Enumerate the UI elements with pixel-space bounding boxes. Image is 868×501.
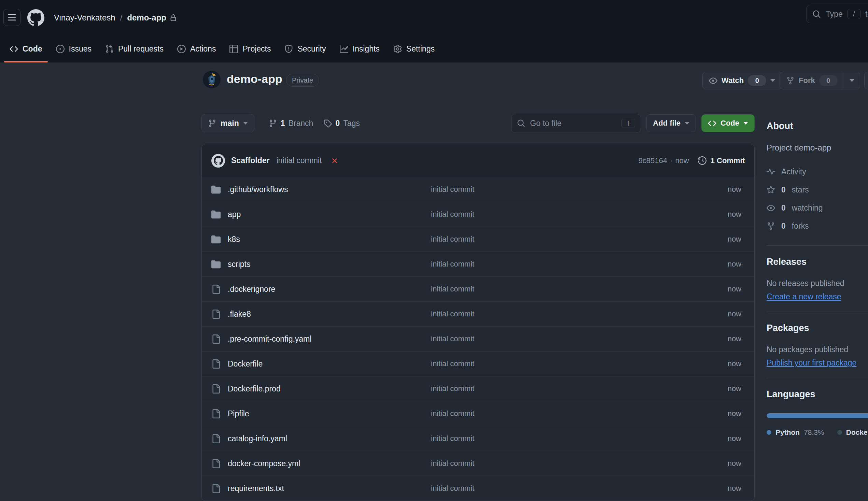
add-file-button[interactable]: Add file bbox=[646, 114, 696, 132]
row-commit-message-link[interactable]: initial commit bbox=[431, 310, 474, 318]
stat-watching[interactable]: 0watching bbox=[766, 199, 868, 217]
row-updated-time: now bbox=[728, 334, 741, 343]
search-placeholder-prefix: Type bbox=[826, 10, 843, 19]
commit-history-link[interactable]: 1 Commit bbox=[698, 156, 745, 165]
row-commit-message-link[interactable]: initial commit bbox=[431, 285, 474, 294]
publish-package-link[interactable]: Publish your first package bbox=[766, 358, 856, 367]
file-name-link[interactable]: Dockerfile bbox=[228, 359, 263, 369]
file-name-link[interactable]: catalog-info.yaml bbox=[228, 434, 287, 443]
repo-description: Project demo-app bbox=[766, 143, 868, 152]
create-release-link[interactable]: Create a new release bbox=[766, 292, 841, 301]
fork-button-group: Fork 0 bbox=[780, 72, 860, 89]
row-updated-time: now bbox=[728, 359, 741, 368]
repo-toolbar: main 1 Branch 0 Tags Go to file t Add fi… bbox=[201, 114, 755, 132]
go-to-file-input[interactable]: Go to file t bbox=[511, 114, 641, 132]
file-name-link[interactable]: docker-compose.yml bbox=[228, 459, 300, 468]
code-button[interactable]: Code bbox=[701, 114, 755, 132]
languages-section: Languages Python78.3%Dockerfile bbox=[766, 378, 868, 447]
watch-button[interactable]: Watch 0 bbox=[702, 72, 782, 89]
commit-author-link[interactable]: Scaffolder bbox=[231, 156, 269, 165]
file-icon bbox=[211, 384, 221, 394]
tab-actions[interactable]: Actions bbox=[170, 35, 223, 63]
file-name-link[interactable]: requirements.txt bbox=[228, 484, 284, 493]
tab-issues[interactable]: Issues bbox=[49, 35, 98, 63]
tab-settings[interactable]: Settings bbox=[387, 35, 442, 63]
tab-code[interactable]: Code bbox=[3, 35, 49, 63]
language-dot-icon bbox=[766, 430, 771, 435]
row-commit-message-link[interactable]: initial commit bbox=[431, 334, 474, 343]
file-name-link[interactable]: .flake8 bbox=[228, 310, 251, 319]
languages-title: Languages bbox=[766, 389, 868, 399]
language-item-python[interactable]: Python78.3% bbox=[766, 428, 824, 437]
breadcrumb: Vinay-Venkatesh / demo-app bbox=[54, 0, 177, 35]
row-commit-message-link[interactable]: initial commit bbox=[431, 210, 474, 219]
file-name-link[interactable]: .pre-commit-config.yaml bbox=[228, 334, 311, 344]
table-row: scriptsinitial commitnow bbox=[202, 252, 754, 276]
table-row: .flake8initial commitnow bbox=[202, 301, 754, 326]
chevron-down-icon bbox=[243, 122, 248, 125]
breadcrumb-repo-link[interactable]: demo-app bbox=[127, 13, 177, 22]
file-icon bbox=[211, 334, 221, 344]
commit-status-failed-icon[interactable] bbox=[330, 157, 339, 165]
tab-security[interactable]: Security bbox=[278, 35, 332, 63]
row-updated-time: now bbox=[728, 310, 741, 318]
tab-insights[interactable]: Insights bbox=[333, 35, 387, 63]
row-commit-message-link[interactable]: initial commit bbox=[431, 459, 474, 468]
row-updated-time: now bbox=[728, 409, 741, 418]
tab-projects[interactable]: Projects bbox=[223, 35, 278, 63]
branch-select-button[interactable]: main bbox=[201, 114, 254, 132]
stat-activity[interactable]: Activity bbox=[766, 163, 868, 181]
file-name-link[interactable]: k8s bbox=[228, 235, 240, 244]
repo-title-link[interactable]: demo-app bbox=[227, 72, 282, 86]
tag-icon bbox=[324, 119, 332, 128]
file-name-link[interactable]: .github/workflows bbox=[228, 185, 288, 194]
file-name-link[interactable]: Dockerfile.prod bbox=[228, 384, 281, 394]
table-row: .dockerignoreinitial commitnow bbox=[202, 276, 754, 301]
stat-stars[interactable]: 0stars bbox=[766, 181, 868, 199]
pulse-icon bbox=[766, 168, 775, 176]
row-commit-message-link[interactable]: initial commit bbox=[431, 235, 474, 244]
global-search-input[interactable]: Type / to search bbox=[806, 5, 868, 23]
language-legend: Python78.3%Dockerfile bbox=[766, 428, 868, 437]
breadcrumb-separator: / bbox=[120, 13, 123, 22]
shield-icon bbox=[284, 45, 293, 53]
star-button-partial[interactable] bbox=[864, 72, 868, 89]
commit-message-link[interactable]: initial commit bbox=[276, 156, 322, 165]
hamburger-menu-button[interactable] bbox=[3, 9, 21, 26]
commit-hash: 9c85164 bbox=[638, 156, 667, 165]
file-name-link[interactable]: .dockerignore bbox=[228, 285, 275, 294]
branches-link[interactable]: 1 Branch bbox=[269, 119, 314, 128]
file-name-link[interactable]: Pipfile bbox=[228, 409, 249, 418]
repo-nav: CodeIssuesPull requestsActionsProjectsSe… bbox=[0, 35, 868, 63]
stat-forks[interactable]: 0forks bbox=[766, 217, 868, 235]
row-commit-message-link[interactable]: initial commit bbox=[431, 434, 474, 443]
tags-link[interactable]: 0 Tags bbox=[324, 119, 360, 128]
star-icon bbox=[766, 186, 775, 194]
tab-pull-requests[interactable]: Pull requests bbox=[98, 35, 170, 63]
table-row: appinitial commitnow bbox=[202, 202, 754, 227]
github-logo[interactable] bbox=[27, 9, 44, 26]
lock-icon bbox=[170, 14, 177, 21]
row-commit-message-link[interactable]: initial commit bbox=[431, 384, 474, 393]
fork-button[interactable]: Fork 0 bbox=[780, 72, 844, 89]
chevron-down-icon bbox=[849, 79, 854, 82]
watch-count: 0 bbox=[748, 75, 766, 86]
repo-stats-list: Activity0stars0watching0forks bbox=[766, 163, 868, 235]
github-mark-icon bbox=[214, 156, 223, 165]
row-commit-message-link[interactable]: initial commit bbox=[431, 484, 474, 493]
row-commit-message-link[interactable]: initial commit bbox=[431, 185, 474, 194]
issue-opened-icon bbox=[56, 45, 65, 53]
t-key-hint: t bbox=[622, 119, 635, 128]
file-name-link[interactable]: app bbox=[228, 210, 241, 219]
row-commit-message-link[interactable]: initial commit bbox=[431, 359, 474, 368]
fork-dropdown-button[interactable] bbox=[844, 72, 860, 89]
row-updated-time: now bbox=[728, 434, 741, 443]
breadcrumb-owner-link[interactable]: Vinay-Venkatesh bbox=[54, 13, 115, 22]
file-name-link[interactable]: scripts bbox=[228, 260, 250, 269]
row-commit-message-link[interactable]: initial commit bbox=[431, 409, 474, 418]
row-updated-time: now bbox=[728, 384, 741, 393]
releases-title: Releases bbox=[766, 257, 868, 267]
row-commit-message-link[interactable]: initial commit bbox=[431, 260, 474, 269]
language-item-dockerfile[interactable]: Dockerfile bbox=[837, 428, 868, 437]
folder-icon bbox=[211, 210, 221, 219]
